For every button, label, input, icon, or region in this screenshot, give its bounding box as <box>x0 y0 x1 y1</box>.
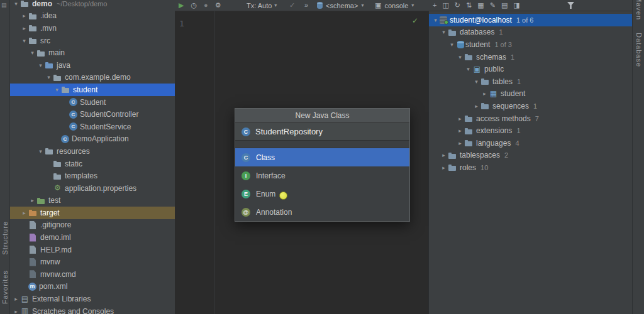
chevron-down-icon[interactable]: ▾ <box>464 66 472 72</box>
chevron-down-icon[interactable]: ▾ <box>448 41 456 48</box>
db-item-databases[interactable]: ▾databases1 <box>429 26 633 39</box>
chevron-right-icon[interactable]: ▸ <box>20 25 28 31</box>
tree-item-label: demo.iml <box>40 233 71 242</box>
class-name-input[interactable]: C StudentRepository <box>235 123 409 141</box>
project-tool-window-icon[interactable]: ▤ <box>1 2 7 8</box>
chevron-right-icon[interactable]: ▸ <box>12 308 20 314</box>
chevron-down-icon[interactable]: ▾ <box>440 29 448 35</box>
project-item-studentservice[interactable]: CStudentService <box>9 121 175 133</box>
project-item-main[interactable]: ▾main <box>9 46 175 59</box>
project-item-help-md[interactable]: HELP.md <box>9 244 175 256</box>
commit-check[interactable]: ✓ <box>289 0 295 11</box>
chevron-down-icon[interactable]: ▾ <box>431 17 440 23</box>
db-item-tablespaces[interactable]: ▸tablespaces2 <box>429 149 633 162</box>
tool-button-structure[interactable]: Structure <box>1 221 9 255</box>
project-item-external-libraries[interactable]: ▸▤External Libraries <box>9 293 175 305</box>
project-item-gitignore[interactable]: .gitignore <box>9 219 175 232</box>
stop-icon[interactable]: ● <box>204 0 208 11</box>
project-item-mvnw-cmd[interactable]: mvnw.cmd <box>9 268 175 281</box>
inspections-ok-icon[interactable]: ✓ <box>412 16 418 25</box>
tool-button-database[interactable]: Database <box>635 33 643 67</box>
project-item-src[interactable]: ▾src <box>9 35 175 47</box>
edit-icon[interactable]: ✎ <box>490 0 496 11</box>
ddl-source-icon[interactable]: ▤ <box>501 0 508 11</box>
chevron-down-icon[interactable]: ▾ <box>12 1 20 7</box>
db-item-student[interactable]: ▸▦student <box>429 88 633 100</box>
move-up-down-icon[interactable]: ⇅ <box>466 0 472 11</box>
chevron-right-icon[interactable]: ▸ <box>456 116 464 122</box>
db-item-student-localhost[interactable]: ▾student@localhost1 of 6 <box>429 14 633 26</box>
chevron-right-icon[interactable]: ▸ <box>20 210 28 216</box>
db-item-extensions[interactable]: ▸extensions1 <box>429 124 633 137</box>
db-item-schemas[interactable]: ▾schemas1 <box>429 51 633 63</box>
project-item-studentcontroller[interactable]: CStudentController <box>9 108 175 121</box>
chevron-right-icon[interactable]: ▸ <box>440 152 448 158</box>
chevron-down-icon[interactable]: ▾ <box>20 38 28 44</box>
db-item-public[interactable]: ▾▣public <box>429 63 633 75</box>
project-item-resources[interactable]: ▾resources <box>9 145 175 158</box>
tree-item-label: resources <box>57 147 90 156</box>
chevron-right-icon[interactable]: ▸ <box>12 296 20 302</box>
history-clock-icon[interactable]: ◷ <box>191 0 197 11</box>
project-item-student[interactable]: ▾student <box>9 84 175 96</box>
chevron-right-icon[interactable]: ▸ <box>456 140 464 146</box>
project-item-templates[interactable]: templates <box>9 170 175 182</box>
db-item-student[interactable]: ▾student1 of 3 <box>429 38 633 51</box>
db-item-access-methods[interactable]: ▸access methods7 <box>429 112 633 125</box>
project-item-mvnw[interactable]: mvnw <box>9 256 175 268</box>
project-item-static[interactable]: static <box>9 158 175 170</box>
project-item-demoapplication[interactable]: CDemoApplication <box>9 133 175 146</box>
chevron-down-icon[interactable]: ▾ <box>36 148 45 154</box>
chevron-right-icon[interactable]: ▸ <box>28 197 36 203</box>
tool-button-favorites[interactable]: Favorites <box>1 270 9 304</box>
db-item-tables[interactable]: ▾tables1 <box>429 75 633 88</box>
schema-icon: ▣ <box>472 65 482 73</box>
chevron-right-icon[interactable]: ▸ <box>472 103 480 109</box>
project-item-test[interactable]: ▸test <box>9 195 175 207</box>
project-item-student[interactable]: CStudent <box>9 96 175 109</box>
db-item-roles[interactable]: ▸roles10 <box>429 161 633 174</box>
kind-option-annotation[interactable]: @Annotation <box>235 203 409 221</box>
duplicate-icon[interactable]: ◫ <box>442 0 448 11</box>
project-item-pom-xml[interactable]: mpom.xml <box>9 281 175 293</box>
schema-dropdown[interactable]: <schema> ▾ <box>317 0 364 11</box>
chevron-down-icon[interactable]: ▾ <box>28 50 36 56</box>
project-item-scratches-and-consoles[interactable]: ▸▥Scratches and Consoles <box>9 305 175 314</box>
chevron-down-icon[interactable]: ▾ <box>456 54 464 60</box>
kind-option-interface[interactable]: IInterface <box>235 166 409 185</box>
db-item-sequences[interactable]: ▸sequences1 <box>429 100 633 112</box>
chevron-right-icon[interactable]: ▸ <box>20 13 28 19</box>
chevron-right-icon[interactable]: ▸ <box>456 127 464 134</box>
chevron-down-icon[interactable]: ▾ <box>472 78 480 85</box>
refresh-icon[interactable]: ↻ <box>455 0 460 11</box>
more-actions[interactable]: » <box>304 0 308 11</box>
diagram-icon[interactable]: ◨ <box>513 0 519 11</box>
tool-button-maven[interactable]: Maven <box>635 0 643 20</box>
project-item-java[interactable]: ▾java <box>9 59 175 72</box>
tree-item-label: tables <box>492 77 513 86</box>
project-item-application-properties[interactable]: ⚙application.properties <box>9 182 175 195</box>
filter-icon[interactable] <box>567 2 574 9</box>
project-item-target[interactable]: ▸target <box>9 207 175 219</box>
chevron-down-icon[interactable]: ▾ <box>45 74 53 80</box>
project-item-idea[interactable]: ▸.idea <box>9 10 175 23</box>
chevron-down-icon[interactable]: ▾ <box>53 87 61 93</box>
kind-option-class[interactable]: CClass <box>235 148 409 166</box>
db-item-languages[interactable]: ▸languages4 <box>429 137 633 149</box>
console-dropdown[interactable]: ▣ console ▾ <box>375 0 414 11</box>
data-grid-icon[interactable]: ▦ <box>477 0 484 11</box>
folder-icon <box>53 172 62 180</box>
run-icon[interactable]: ▶ <box>179 0 184 11</box>
tx-dropdown[interactable]: Tx: Auto ▾ <box>247 0 277 11</box>
kind-option-enum[interactable]: EEnum <box>235 185 409 203</box>
settings-wrench-icon[interactable]: ⚙ <box>215 0 221 11</box>
chevron-down-icon[interactable]: ▾ <box>36 62 45 68</box>
add-icon[interactable]: + <box>433 0 436 11</box>
chevron-right-icon[interactable]: ▸ <box>480 90 489 97</box>
kind-option-label: Annotation <box>256 208 292 217</box>
project-item-mvn[interactable]: ▸.mvn <box>9 22 175 35</box>
chevron-right-icon[interactable]: ▸ <box>440 165 448 171</box>
project-item-demo[interactable]: ▾demo~/Desktop/demo <box>9 0 175 10</box>
project-item-com-example-demo[interactable]: ▾com.example.demo <box>9 72 175 84</box>
project-item-demo-iml[interactable]: demo.iml <box>9 231 175 244</box>
